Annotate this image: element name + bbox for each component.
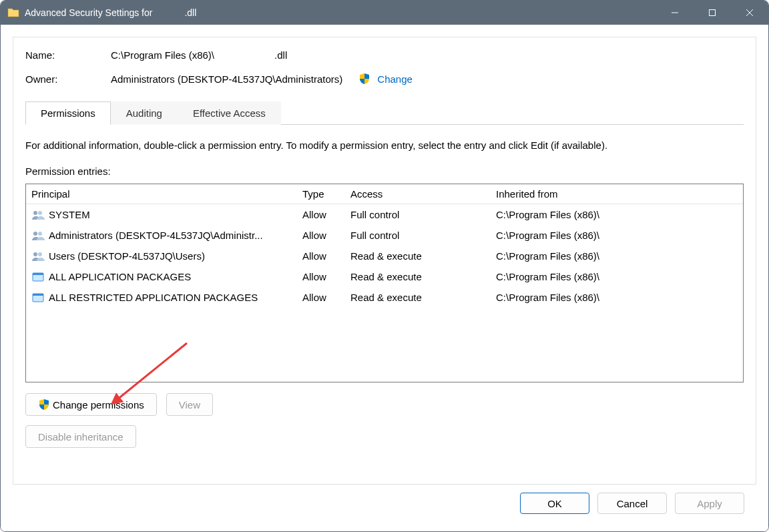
package-icon: [31, 271, 45, 283]
user-group-icon: [31, 230, 45, 242]
maximize-button[interactable]: [694, 1, 731, 25]
table-header: Principal Type Access Inherited from: [26, 184, 743, 204]
window-controls: [656, 1, 768, 25]
inherited-text: C:\Program Files (x86)\: [496, 271, 738, 282]
name-path: C:\Program Files (x86)\: [111, 49, 214, 61]
entries-label: Permission entries:: [25, 166, 744, 177]
minimize-button[interactable]: [656, 1, 694, 25]
svg-rect-13: [33, 294, 43, 296]
owner-value: Administrators (DESKTOP-4L537JQ\Administ…: [111, 73, 342, 85]
inherited-text: C:\Program Files (x86)\: [496, 230, 738, 241]
type-text: Allow: [302, 271, 350, 282]
inherited-text: C:\Program Files (x86)\: [496, 209, 738, 220]
content-outer: Name: C:\Program Files (x86)\ .dll Owner…: [1, 25, 768, 531]
access-text: Read & execute: [350, 292, 496, 303]
folder-icon: [7, 7, 19, 19]
name-row: Name: C:\Program Files (x86)\ .dll: [25, 49, 744, 61]
col-access[interactable]: Access: [350, 188, 496, 200]
footer-buttons: OK Cancel Apply: [13, 485, 756, 523]
type-text: Allow: [302, 292, 350, 303]
owner-label: Owner:: [25, 73, 111, 85]
action-buttons: Change permissions View: [25, 393, 744, 416]
access-text: Full control: [350, 209, 496, 220]
table-row[interactable]: Administrators (DESKTOP-4L537JQ\Administ…: [26, 225, 743, 246]
tab-permissions[interactable]: Permissions: [25, 101, 111, 125]
title-file: .dll: [184, 7, 196, 18]
principal-text: SYSTEM: [49, 209, 90, 220]
svg-point-5: [38, 211, 42, 215]
tab-effective-access[interactable]: Effective Access: [178, 101, 281, 125]
table-row[interactable]: SYSTEMAllowFull controlC:\Program Files …: [26, 204, 743, 225]
col-principal[interactable]: Principal: [31, 188, 302, 200]
name-ext: .dll: [274, 49, 287, 61]
uac-shield-icon: [38, 398, 50, 411]
principal-text: Administrators (DESKTOP-4L537JQ\Administ…: [49, 230, 263, 241]
package-icon: [31, 292, 45, 304]
inherit-row: Disable inheritance: [25, 425, 744, 448]
principal-text: ALL APPLICATION PACKAGES: [49, 271, 191, 282]
svg-point-8: [33, 252, 37, 256]
access-text: Read & execute: [350, 271, 496, 282]
titlebar: Advanced Security Settings for .dll: [1, 1, 768, 25]
view-button[interactable]: View: [166, 393, 213, 416]
change-permissions-button[interactable]: Change permissions: [25, 393, 157, 416]
type-text: Allow: [302, 209, 350, 220]
principal-text: Users (DESKTOP-4L537JQ\Users): [49, 250, 205, 262]
change-owner-link[interactable]: Change: [377, 73, 413, 85]
svg-rect-1: [710, 10, 716, 16]
type-text: Allow: [302, 230, 350, 241]
cancel-button[interactable]: Cancel: [597, 493, 667, 514]
permissions-table: Principal Type Access Inherited from SYS…: [25, 184, 744, 382]
user-group-icon: [31, 250, 45, 262]
svg-point-9: [38, 252, 42, 256]
svg-point-6: [33, 232, 37, 236]
col-type[interactable]: Type: [302, 188, 350, 200]
user-group-icon: [31, 209, 45, 221]
table-row[interactable]: ALL RESTRICTED APPLICATION PACKAGESAllow…: [26, 287, 743, 308]
apply-button[interactable]: Apply: [675, 493, 744, 514]
principal-text: ALL RESTRICTED APPLICATION PACKAGES: [49, 292, 258, 303]
tab-description: For additional information, double-click…: [25, 140, 744, 151]
col-inherited[interactable]: Inherited from: [496, 188, 738, 200]
change-permissions-label: Change permissions: [53, 399, 144, 411]
access-text: Full control: [350, 230, 496, 241]
title-prefix: Advanced Security Settings for: [25, 7, 152, 18]
table-row[interactable]: Users (DESKTOP-4L537JQ\Users)AllowRead &…: [26, 246, 743, 266]
content-frame: Name: C:\Program Files (x86)\ .dll Owner…: [13, 37, 756, 485]
access-text: Read & execute: [350, 250, 496, 262]
owner-row: Owner: Administrators (DESKTOP-4L537JQ\A…: [25, 73, 744, 85]
close-button[interactable]: [731, 1, 768, 25]
inherited-text: C:\Program Files (x86)\: [496, 292, 738, 303]
disable-inheritance-label: Disable inheritance: [38, 431, 123, 443]
tab-auditing[interactable]: Auditing: [111, 101, 178, 125]
view-label: View: [179, 399, 200, 411]
type-text: Allow: [302, 250, 350, 262]
uac-shield-icon: [358, 73, 370, 85]
svg-point-4: [33, 211, 37, 215]
tabs: Permissions Auditing Effective Access: [25, 101, 744, 125]
svg-point-7: [38, 232, 42, 236]
table-row[interactable]: ALL APPLICATION PACKAGESAllowRead & exec…: [26, 266, 743, 287]
security-settings-window: Advanced Security Settings for .dll Name…: [0, 0, 769, 532]
inherited-text: C:\Program Files (x86)\: [496, 250, 738, 262]
ok-button[interactable]: OK: [520, 493, 589, 514]
name-label: Name:: [25, 49, 111, 61]
disable-inheritance-button[interactable]: Disable inheritance: [25, 425, 136, 448]
svg-rect-11: [33, 273, 43, 275]
